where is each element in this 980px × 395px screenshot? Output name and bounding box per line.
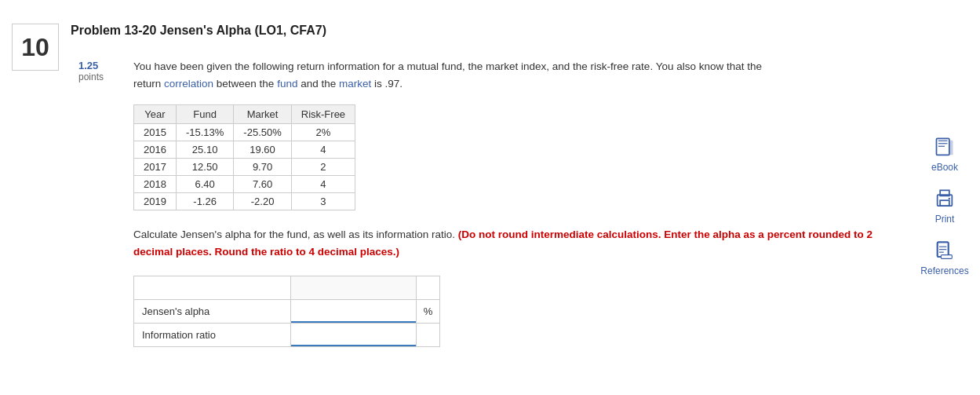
sidebar-item-print[interactable]: Print	[934, 188, 956, 225]
intro-line1: You have been given the following return…	[133, 60, 762, 72]
table-row: 2015-15.13%-25.50%2%	[134, 124, 355, 141]
col-header-year: Year	[134, 105, 177, 124]
table-row: 201712.509.702	[134, 159, 355, 176]
answer-table-header-row	[134, 276, 440, 300]
sidebar-item-references[interactable]: References	[920, 240, 968, 276]
question-number: 10	[12, 24, 59, 71]
table-row: Information ratio	[134, 324, 440, 347]
information-ratio-input[interactable]	[291, 324, 416, 346]
svg-rect-14	[941, 255, 952, 259]
table-row: 2019-1.26-2.203	[134, 193, 355, 210]
svg-rect-2	[938, 143, 948, 144]
table-row: Jensen's alpha %	[134, 300, 440, 324]
points-section: 1.25 points	[71, 58, 133, 347]
instruction-normal: Calculate Jensen's alpha for the fund, a…	[133, 229, 455, 240]
jensens-alpha-input[interactable]	[291, 300, 416, 323]
instruction-text: Calculate Jensen's alpha for the fund, a…	[133, 226, 909, 260]
problem-body: You have been given the following return…	[133, 58, 909, 347]
sidebar: eBook Print	[909, 58, 980, 347]
table-row: 201625.1019.604	[134, 141, 355, 159]
intro-text: You have been given the following return…	[133, 58, 909, 92]
ebook-label: eBook	[931, 162, 958, 173]
references-label: References	[920, 265, 968, 276]
problem-title: Problem 13-20 Jensen's Alpha (LO1, CFA7)	[71, 24, 964, 38]
ebook-icon	[934, 137, 956, 159]
print-label: Print	[935, 214, 955, 225]
points-label: points	[78, 71, 126, 82]
table-row: 20186.407.604	[134, 176, 355, 193]
jensens-alpha-unit: %	[417, 300, 440, 324]
svg-rect-4	[949, 141, 953, 155]
print-icon	[934, 188, 956, 210]
information-ratio-unit	[417, 324, 440, 347]
answer-table: Jensen's alpha % Information ratio	[133, 276, 440, 347]
data-table: Year Fund Market Risk-Free 2015-15.13%-2…	[133, 104, 355, 210]
jensens-alpha-label: Jensen's alpha	[134, 300, 291, 324]
question-number-section: 10	[0, 16, 71, 347]
points-value: 1.25	[78, 60, 126, 71]
information-ratio-label: Information ratio	[134, 324, 291, 347]
col-header-riskfree: Risk-Free	[291, 105, 355, 124]
col-header-fund: Fund	[176, 105, 233, 124]
sidebar-item-ebook[interactable]: eBook	[931, 137, 958, 173]
svg-point-8	[949, 198, 950, 199]
svg-rect-3	[938, 146, 945, 147]
svg-rect-7	[940, 200, 949, 206]
svg-rect-1	[938, 141, 948, 141]
references-icon	[934, 240, 956, 262]
col-header-market: Market	[234, 105, 291, 124]
